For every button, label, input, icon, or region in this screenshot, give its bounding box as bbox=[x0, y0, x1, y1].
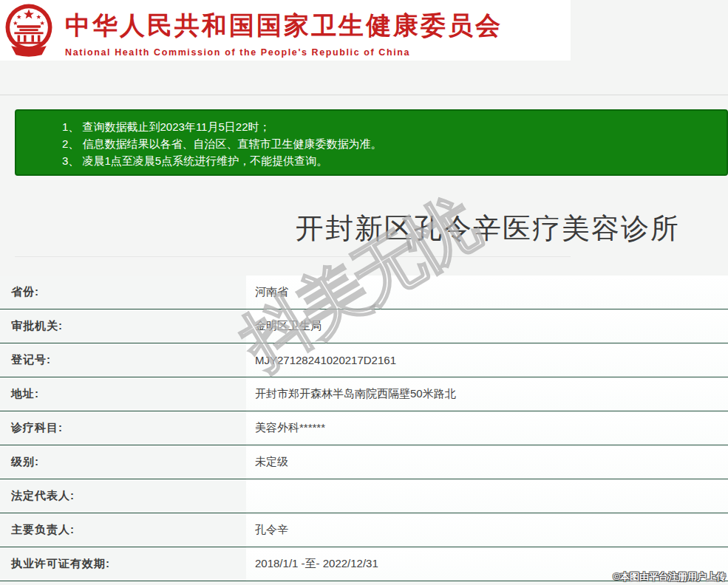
field-value-level: 未定级 bbox=[246, 445, 728, 479]
field-value-legal-representative bbox=[246, 479, 728, 513]
field-label-registration-number: 登记号: bbox=[0, 343, 246, 377]
table-row: 地址: 开封市郑开森林半岛南院西隔壁50米路北 bbox=[0, 377, 728, 411]
notice-line-1: 1、 查询数据截止到2023年11月5日22时； bbox=[62, 118, 719, 135]
field-value-principal: 孔令辛 bbox=[246, 513, 728, 547]
header-banner: 中华人民共和国国家卫生健康委员会 National Health Commiss… bbox=[0, 0, 571, 61]
notice-box: 1、 查询数据截止到2023年11月5日22时； 2、 信息数据结果以各省、自治… bbox=[15, 109, 728, 176]
table-row: 审批机关: 金明区卫生局 bbox=[0, 309, 728, 343]
field-label-address: 地址: bbox=[0, 377, 246, 411]
notice-line-2: 2、 信息数据结果以各省、自治区、直辖市卫生健康委数据为准。 bbox=[62, 135, 719, 152]
table-row: 法定代表人: bbox=[0, 479, 728, 513]
header-title-cn: 中华人民共和国国家卫生健康委员会 bbox=[65, 9, 503, 43]
field-label-principal: 主要负责人: bbox=[0, 513, 246, 547]
national-emblem-icon bbox=[3, 3, 55, 59]
table-row: 主要负责人: 孔令辛 bbox=[0, 513, 728, 547]
field-value-medical-subjects: 美容外科****** bbox=[246, 411, 728, 445]
field-label-license-validity: 执业许可证有效期: bbox=[0, 547, 246, 581]
header-divider bbox=[0, 95, 728, 95]
institution-info-table: 省份: 河南省 审批机关: 金明区卫生局 登记号: MJY27128241020… bbox=[0, 276, 728, 581]
field-value-province: 河南省 bbox=[246, 276, 728, 309]
table-row: 级别: 未定级 bbox=[0, 445, 728, 479]
field-label-level: 级别: bbox=[0, 445, 246, 479]
field-label-province: 省份: bbox=[0, 276, 246, 309]
institution-title: 开封新区孔令辛医疗美容诊所 bbox=[296, 210, 680, 247]
header-titles: 中华人民共和国国家卫生健康委员会 National Health Commiss… bbox=[65, 9, 503, 58]
table-row: 登记号: MJY27128241020217D2161 bbox=[0, 343, 728, 377]
field-label-legal-representative: 法定代表人: bbox=[0, 479, 246, 513]
field-label-medical-subjects: 诊疗科目: bbox=[0, 411, 246, 445]
table-row: 省份: 河南省 bbox=[0, 276, 728, 309]
header-title-en: National Health Commission of the People… bbox=[65, 47, 503, 58]
table-row: 诊疗科目: 美容外科****** bbox=[0, 411, 728, 445]
field-value-registration-number: MJY27128241020217D2161 bbox=[246, 343, 728, 377]
field-value-address: 开封市郑开森林半岛南院西隔壁50米路北 bbox=[246, 377, 728, 411]
field-value-approval-authority: 金明区卫生局 bbox=[246, 309, 728, 343]
upload-credit: ©本图由平台注册用户上传 bbox=[613, 570, 726, 584]
field-label-approval-authority: 审批机关: bbox=[0, 309, 246, 343]
notice-line-3: 3、 凌晨1点至凌晨5点系统进行维护，不能提供查询。 bbox=[62, 152, 719, 169]
title-divider bbox=[15, 256, 571, 257]
